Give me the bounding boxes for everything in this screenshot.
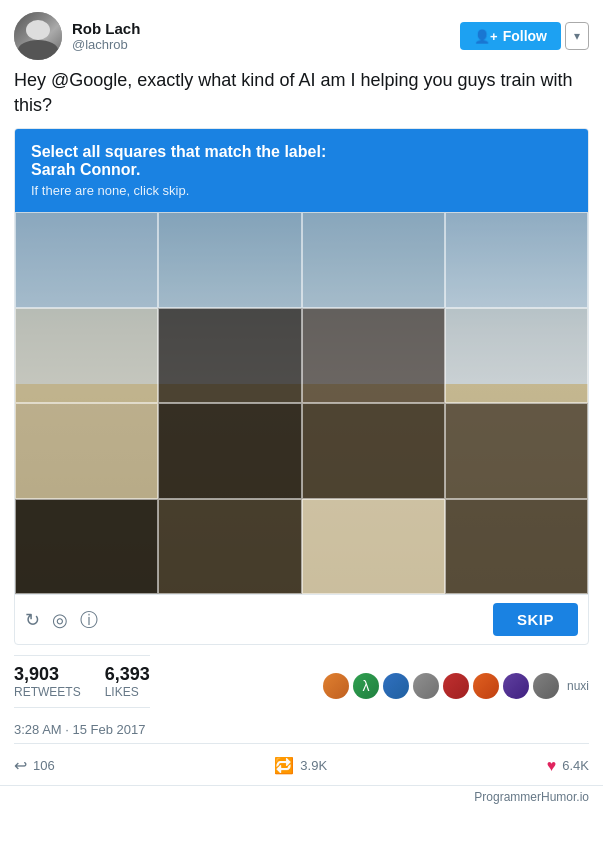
- retweet-icon: 🔁: [274, 756, 294, 775]
- captcha-header: Select all squares that match the label:…: [15, 129, 588, 212]
- skip-button[interactable]: SKIP: [493, 603, 578, 636]
- username: @lachrob: [72, 37, 460, 52]
- like-count: 6.4K: [562, 758, 589, 773]
- liker-avatar-4: [413, 673, 439, 699]
- grid-cell-2-2[interactable]: [302, 403, 445, 499]
- avatar-image: [14, 12, 62, 60]
- retweets-count: 3,903: [14, 664, 81, 685]
- liker-avatar-5: [443, 673, 469, 699]
- chevron-icon: ▾: [574, 29, 580, 43]
- follow-area: 👤+ Follow ▾: [460, 22, 589, 50]
- like-action[interactable]: ♥ 6.4K: [547, 757, 589, 775]
- follow-button[interactable]: 👤+ Follow: [460, 22, 561, 50]
- tweet-container: Rob Lach @lachrob 👤+ Follow ▾ Hey @Googl…: [0, 0, 603, 786]
- reply-action[interactable]: ↩ 106: [14, 756, 55, 775]
- likes-label: LIKES: [105, 685, 150, 699]
- nuxi-label: nuxi: [567, 679, 589, 693]
- retweet-action[interactable]: 🔁 3.9K: [274, 756, 327, 775]
- grid-cell-2-1[interactable]: [158, 403, 301, 499]
- captcha-target-label: Sarah Connor.: [31, 161, 140, 178]
- grid-cell-3-3[interactable]: [445, 499, 588, 595]
- liker-avatar-6: [473, 673, 499, 699]
- retweet-count: 3.9K: [300, 758, 327, 773]
- heart-icon: ♥: [547, 757, 557, 775]
- grid-cell-2-0[interactable]: [15, 403, 158, 499]
- grid-cell-3-0[interactable]: [15, 499, 158, 595]
- tweet-header: Rob Lach @lachrob 👤+ Follow ▾: [14, 12, 589, 60]
- retweets-stat: 3,903 RETWEETS: [14, 664, 81, 699]
- grid-cell-2-3[interactable]: [445, 403, 588, 499]
- reply-icon: ↩: [14, 756, 27, 775]
- reply-count: 106: [33, 758, 55, 773]
- watermark: ProgrammerHumor.io: [0, 786, 603, 812]
- follow-label: Follow: [503, 28, 547, 44]
- stats-row: 3,903 RETWEETS 6,393 LIKES λ nuxi: [14, 655, 589, 716]
- liker-avatar-1: [323, 673, 349, 699]
- captcha-image: [15, 212, 588, 594]
- likes-stat: 6,393 LIKES: [105, 664, 150, 699]
- captcha-grid[interactable]: [15, 212, 588, 594]
- follow-icon: 👤+: [474, 29, 498, 44]
- tweet-actions: ↩ 106 🔁 3.9K ♥ 6.4K: [14, 750, 589, 785]
- captcha-main-label: Select all squares that match the label:…: [31, 143, 572, 179]
- liker-avatar-8: [533, 673, 559, 699]
- grid-cell-3-1[interactable]: [158, 499, 301, 595]
- likes-count: 6,393: [105, 664, 150, 685]
- info-icon: ⓘ: [80, 610, 98, 630]
- retweets-label: RETWEETS: [14, 685, 81, 699]
- liker-avatar-3: [383, 673, 409, 699]
- audio-icon: ◎: [52, 610, 68, 630]
- liker-avatar-2: λ: [353, 673, 379, 699]
- grid-cell-0-0[interactable]: [15, 212, 158, 308]
- tweet-timestamp: 3:28 AM · 15 Feb 2017: [14, 716, 589, 744]
- captcha-sub-label: If there are none, click skip.: [31, 183, 572, 198]
- grid-cell-0-1[interactable]: [158, 212, 301, 308]
- refresh-button[interactable]: ↻: [25, 609, 40, 631]
- avatar: [14, 12, 62, 60]
- grid-cell-0-3[interactable]: [445, 212, 588, 308]
- likers-avatars: λ nuxi: [323, 673, 589, 699]
- liker-avatar-7: [503, 673, 529, 699]
- grid-cell-1-2[interactable]: [302, 308, 445, 404]
- grid-cell-0-2[interactable]: [302, 212, 445, 308]
- audio-button[interactable]: ◎: [52, 609, 68, 631]
- display-name: Rob Lach: [72, 20, 460, 37]
- chevron-button[interactable]: ▾: [565, 22, 589, 50]
- captcha-header-text: Select all squares that match the label:: [31, 143, 326, 160]
- captcha-footer: ↻ ◎ ⓘ SKIP: [15, 594, 588, 644]
- tweet-text: Hey @Google, exactly what kind of AI am …: [14, 68, 589, 118]
- grid-cell-3-2[interactable]: [302, 499, 445, 595]
- grid-cell-1-0[interactable]: [15, 308, 158, 404]
- captcha-card: Select all squares that match the label:…: [14, 128, 589, 645]
- info-button[interactable]: ⓘ: [80, 608, 98, 632]
- grid-cell-1-1[interactable]: [158, 308, 301, 404]
- grid-cell-1-3[interactable]: [445, 308, 588, 404]
- user-info: Rob Lach @lachrob: [72, 20, 460, 52]
- tweet-stats: 3,903 RETWEETS 6,393 LIKES: [14, 655, 150, 708]
- refresh-icon: ↻: [25, 610, 40, 630]
- captcha-actions: ↻ ◎ ⓘ: [25, 608, 98, 632]
